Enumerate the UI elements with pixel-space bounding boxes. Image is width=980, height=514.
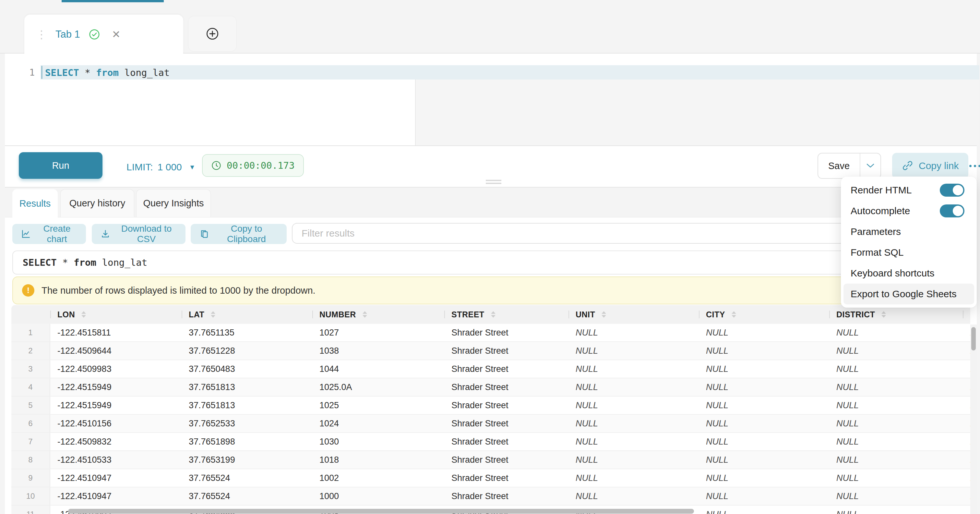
table-cell: -122.4510156 — [50, 415, 181, 432]
sort-icon[interactable] — [81, 311, 86, 318]
table-cell: NULL — [699, 487, 829, 505]
run-button[interactable]: Run — [19, 152, 102, 179]
save-options-button[interactable] — [860, 153, 880, 178]
table-cell: NULL — [699, 378, 829, 396]
menu-item-format-sql[interactable]: Format SQL — [843, 242, 974, 263]
row-number: 10 — [11, 487, 50, 505]
tab-query-insights-label: Query Insights — [143, 198, 204, 209]
drag-grip-icon[interactable]: ⋮ — [36, 29, 47, 40]
tab-results-label: Results — [19, 198, 51, 209]
menu-item-label: Keyboard shortcuts — [851, 268, 934, 279]
menu-item-render-html[interactable]: Render HTML — [843, 180, 974, 201]
menu-item-label: Export to Google Sheets — [851, 289, 957, 300]
current-line-highlight — [41, 65, 979, 80]
row-number: 6 — [11, 415, 50, 432]
table-cell: Shrader Street — [444, 396, 568, 414]
sort-icon[interactable] — [363, 311, 367, 318]
table-row: 6-122.451015637.76525331024Shrader Stree… — [11, 415, 970, 433]
add-tab-button[interactable] — [188, 16, 237, 52]
table-cell: NULL — [963, 378, 970, 396]
sql-keyword: from — [73, 257, 96, 268]
table-cell: NULL — [568, 415, 699, 432]
menu-item-parameters[interactable]: Parameters — [843, 221, 974, 242]
table-cell: NULL — [699, 433, 829, 450]
vertical-scrollbar-thumb[interactable] — [971, 327, 976, 350]
column-label: STREET — [452, 310, 485, 319]
menu-item-autocomplete[interactable]: Autocomplete — [843, 201, 974, 221]
row-number: 2 — [11, 342, 50, 359]
table-cell: NULL — [963, 342, 970, 359]
limit-dropdown[interactable]: LIMIT: 1 000 ▼ — [126, 146, 196, 188]
table-cell: -122.4510947 — [50, 469, 181, 487]
sql-editor[interactable]: 1 SELECT * from long_lat — [5, 54, 977, 145]
table-cell: NULL — [699, 469, 829, 487]
column-header-city[interactable]: CITY — [699, 305, 829, 324]
table-cell: NULL — [568, 433, 699, 450]
table-cell: 37.7651898 — [181, 433, 312, 450]
sort-icon[interactable] — [491, 311, 495, 318]
column-header-lat[interactable]: LAT — [181, 305, 312, 324]
tab-tab1[interactable]: ⋮ Tab 1 ✕ — [24, 14, 183, 54]
table-row: 4-122.451594937.76518131025.0AShrader St… — [11, 378, 970, 396]
row-number: 11 — [11, 506, 50, 514]
table-cell: Shrader Street — [444, 487, 568, 505]
column-header-lon[interactable]: LON — [50, 305, 181, 324]
close-icon[interactable]: ✕ — [112, 28, 121, 41]
table-cell: NULL — [568, 378, 699, 396]
sql-keyword: SELECT — [23, 257, 57, 268]
create-chart-button[interactable]: Create chart — [12, 224, 86, 244]
pane-resize-handle[interactable] — [486, 180, 501, 185]
table-cell: NULL — [568, 469, 699, 487]
table-cell: NULL — [963, 396, 970, 414]
column-header-district[interactable]: DISTRICT — [829, 305, 963, 324]
table-row: 9-122.451094737.7655241002Shrader Street… — [11, 469, 970, 487]
table-body: 1-122.451581137.76511351027Shrader Stree… — [11, 324, 970, 514]
sql-summary-bar[interactable]: SELECT * from long_lat — [12, 251, 977, 275]
save-split-button: Save — [818, 153, 881, 179]
download-csv-button[interactable]: Download to CSV — [92, 224, 186, 244]
table-cell: NULL — [568, 342, 699, 359]
more-options-menu: Render HTML Autocomplete Parameters Form… — [841, 177, 977, 308]
copy-link-button[interactable]: Copy link — [892, 153, 968, 179]
code-line-1[interactable]: SELECT * from long_lat — [45, 67, 170, 78]
save-button[interactable]: Save — [818, 153, 860, 178]
sql-keyword: SELECT — [45, 67, 79, 78]
warning-icon: ! — [22, 284, 34, 297]
copy-to-clipboard-button[interactable]: Copy to Clipboard — [191, 224, 287, 244]
table-cell: NULL — [829, 415, 963, 432]
tab-query-insights[interactable]: Query Insights — [136, 189, 211, 217]
table-cell: 37.7652533 — [181, 415, 312, 432]
table-cell: 37.7653199 — [181, 451, 312, 469]
menu-item-keyboard-shortcuts[interactable]: Keyboard shortcuts — [843, 263, 974, 284]
menu-item-export-google-sheets[interactable]: Export to Google Sheets — [843, 284, 974, 304]
table-cell: NULL — [829, 324, 963, 342]
autocomplete-toggle[interactable] — [940, 204, 964, 217]
column-header-unit[interactable]: UNIT — [568, 305, 699, 324]
caret-down-icon: ▼ — [189, 164, 196, 171]
table-cell: -122.4515949 — [50, 378, 181, 396]
tab-query-history-label: Query history — [69, 198, 125, 209]
horizontal-scrollbar-thumb[interactable] — [68, 509, 694, 514]
table-cell: NULL — [699, 324, 829, 342]
column-header-number[interactable]: NUMBER — [312, 305, 444, 324]
tab-query-history[interactable]: Query history — [60, 189, 134, 217]
sort-icon[interactable] — [732, 311, 736, 318]
sort-icon[interactable] — [881, 311, 886, 318]
table-cell: NULL — [699, 342, 829, 359]
sort-icon[interactable] — [211, 311, 215, 318]
table-header-row: LONLATNUMBERSTREETUNITCITYDISTRICTRE — [11, 305, 970, 324]
column-header-re[interactable]: RE — [963, 305, 970, 324]
sort-icon[interactable] — [601, 311, 606, 318]
table-row: 1-122.451581137.76511351027Shrader Stree… — [11, 324, 970, 342]
table-cell: 1038 — [312, 342, 444, 359]
render-html-toggle[interactable] — [940, 184, 964, 196]
top-accent-strip — [62, 0, 164, 2]
table-cell: 37.7651135 — [181, 324, 312, 342]
more-options-button[interactable] — [966, 158, 980, 174]
column-header-street[interactable]: STREET — [444, 305, 568, 324]
table-cell: 1024 — [312, 415, 444, 432]
table-cell: NULL — [829, 469, 963, 487]
table-row: 3-122.450998337.76504831044Shrader Stree… — [11, 360, 970, 378]
tab-results[interactable]: Results — [12, 189, 58, 218]
table-cell: 37.7651813 — [181, 378, 312, 396]
